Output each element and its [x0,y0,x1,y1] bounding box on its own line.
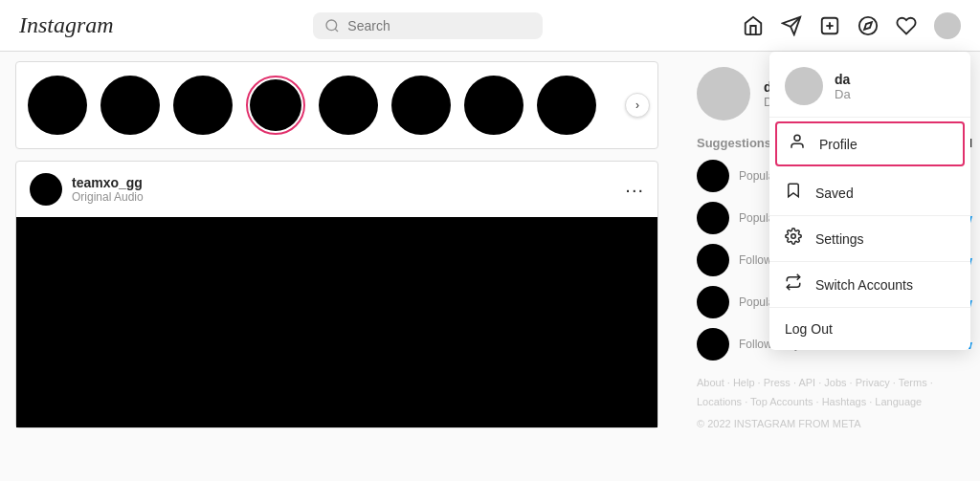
suggestion-avatar[interactable] [697,244,729,276]
post-user-info: teamxo_gg Original Audio [30,173,144,206]
story-circle[interactable] [28,76,87,135]
compass-icon[interactable] [858,15,879,36]
post-header: teamxo_gg Original Audio ··· [16,162,657,217]
profile-dropdown: da Da Profile Saved Settings [769,52,970,350]
navbar-icons [743,12,961,39]
settings-icon [785,228,802,250]
svg-point-6 [859,16,877,33]
copyright: © 2022 INSTAGRAM FROM META [697,418,972,429]
feed: › teamxo_gg Original Audio ··· [0,52,674,481]
post-card: teamxo_gg Original Audio ··· [15,161,658,428]
dropdown-logout-label: Log Out [785,321,833,337]
footer-links: About · Help · Press · API · Jobs · Priv… [697,374,972,412]
dropdown-item-settings[interactable]: Settings [769,216,970,262]
story-circle[interactable] [173,76,233,135]
person-icon [789,133,806,155]
suggestion-avatar[interactable] [697,160,729,192]
post-user-avatar[interactable] [30,173,62,206]
suggestion-avatar[interactable] [697,202,729,234]
heart-icon[interactable] [896,15,917,36]
story-circle[interactable] [391,76,451,135]
navbar: Instagram [0,0,980,52]
home-icon[interactable] [743,15,764,36]
story-circle[interactable] [537,76,596,135]
dropdown-username: da [835,72,851,87]
svg-point-8 [794,135,800,141]
post-options-button[interactable]: ··· [625,179,644,201]
svg-point-0 [326,20,337,31]
search-input[interactable] [347,18,531,33]
bookmark-icon [785,182,802,204]
search-icon [324,18,340,33]
dropdown-item-profile[interactable]: Profile [775,121,965,166]
story-circle[interactable] [464,76,523,135]
dropdown-settings-label: Settings [815,231,864,247]
app-logo: Instagram [19,12,114,38]
post-username: teamxo_gg [72,175,144,190]
dropdown-profile-label: Profile [819,137,858,152]
sidebar-user-avatar[interactable] [697,67,750,120]
dropdown-avatar [785,67,823,105]
svg-marker-7 [864,22,872,30]
switch-icon [785,273,802,295]
stories-bar: › [15,61,658,149]
dropdown-logout[interactable]: Log Out [769,308,970,350]
post-image [16,217,657,427]
story-circle-active[interactable] [246,76,305,135]
suggestion-avatar[interactable] [697,328,729,361]
add-icon[interactable] [819,15,840,36]
svg-line-1 [335,29,338,32]
dropdown-display-name: Da [835,87,851,101]
stories-next-button[interactable]: › [625,93,650,118]
post-subtitle: Original Audio [72,190,144,204]
story-circle[interactable] [100,76,160,135]
dropdown-item-switch-accounts[interactable]: Switch Accounts [769,262,970,308]
send-icon[interactable] [781,15,802,36]
dropdown-user-section: da Da [769,52,970,118]
search-bar[interactable] [313,12,543,39]
dropdown-saved-label: Saved [815,186,854,201]
dropdown-item-saved[interactable]: Saved [769,170,970,216]
story-circle[interactable] [319,76,378,135]
profile-avatar-button[interactable] [934,12,961,39]
dropdown-switch-label: Switch Accounts [815,277,913,293]
suggestion-avatar[interactable] [697,286,729,318]
svg-point-9 [791,234,796,239]
